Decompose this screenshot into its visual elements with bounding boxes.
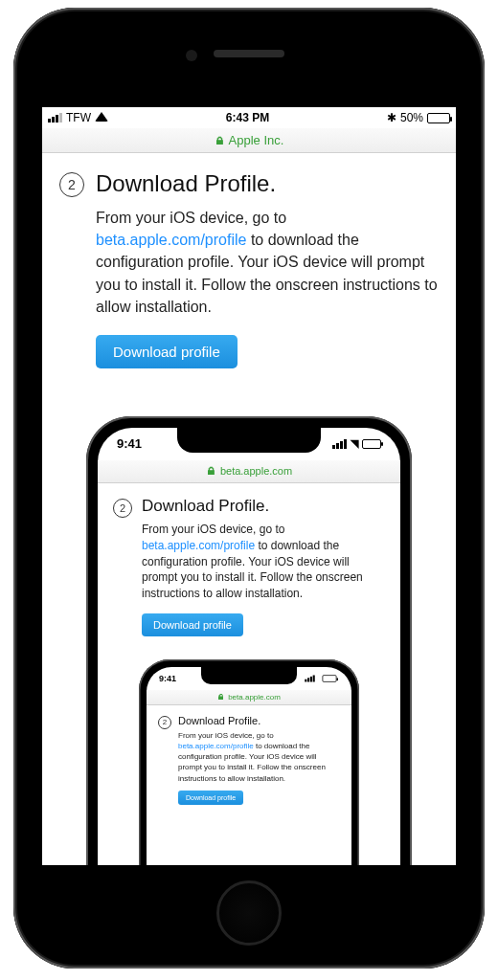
step-title: Download Profile. xyxy=(96,170,439,197)
step-body: Download Profile. From your iOS device, … xyxy=(96,170,439,368)
step-text: From your iOS device, go to beta.apple.c… xyxy=(96,207,439,318)
notch xyxy=(177,428,321,453)
home-button[interactable] xyxy=(216,880,282,946)
nested-signal-icon xyxy=(332,439,347,449)
inner-nested-battery-icon xyxy=(323,675,337,682)
clock-label: 6:43 PM xyxy=(226,111,269,124)
battery-icon xyxy=(427,113,450,123)
download-profile-button[interactable]: Download profile xyxy=(96,335,238,368)
illustration-device: 9:41 ◥ 🔒︎ beta.apple.com xyxy=(59,416,439,865)
device-frame: TFW 6:43 PM ✱ 50% 🔒︎ Apple Inc. 2 xyxy=(13,8,485,969)
inner-nested-signal-icon xyxy=(305,675,315,681)
inner-nested-lock-icon: 🔒︎ xyxy=(217,693,225,702)
inner-notch xyxy=(201,667,297,684)
inner-nested-clock-label: 9:41 xyxy=(159,674,176,683)
bluetooth-icon: ✱ xyxy=(387,111,396,124)
nested-screen: 9:41 ◥ 🔒︎ beta.apple.com xyxy=(98,428,400,865)
nested-clock-label: 9:41 xyxy=(117,436,142,451)
nested-step-row: 2 Download Profile. From your iOS device… xyxy=(113,497,385,636)
nested-profile-link: beta.apple.com/profile xyxy=(142,539,255,552)
nested-site-label: beta.apple.com xyxy=(220,465,292,477)
inner-nested-step-text: From your iOS device, go to beta.apple.c… xyxy=(178,730,340,784)
inner-nested-page-content: 2 Download Profile. From your iOS device… xyxy=(147,705,351,805)
nested-step-title: Download Profile. xyxy=(142,497,385,516)
step-row: 2 Download Profile. From your iOS device… xyxy=(59,170,439,368)
wifi-icon xyxy=(95,112,108,122)
nested-page-content: 2 Download Profile. From your iOS device… xyxy=(98,483,400,865)
step-text-pre: From your iOS device, go to xyxy=(96,210,286,226)
inner-nested-address-bar: 🔒︎ beta.apple.com xyxy=(147,690,351,705)
battery-percent-label: 50% xyxy=(400,111,423,124)
address-bar[interactable]: 🔒︎ Apple Inc. xyxy=(42,128,456,153)
screen: TFW 6:43 PM ✱ 50% 🔒︎ Apple Inc. 2 xyxy=(42,107,456,865)
site-label: Apple Inc. xyxy=(229,133,284,147)
inner-nested-step-title: Download Profile. xyxy=(178,715,340,726)
page-content: 2 Download Profile. From your iOS device… xyxy=(42,153,456,865)
inner-nested-device-frame: 9:41 🔒︎ xyxy=(139,659,359,865)
status-bar: TFW 6:43 PM ✱ 50% xyxy=(42,107,456,128)
inner-nested-profile-link: beta.apple.com/profile xyxy=(178,742,254,750)
inner-illustration-device: 9:41 🔒︎ xyxy=(113,659,385,865)
inner-nested-step-number-badge: 2 xyxy=(158,716,171,729)
nested-lock-icon: 🔒︎ xyxy=(206,465,216,477)
nested-device-frame: 9:41 ◥ 🔒︎ beta.apple.com xyxy=(86,416,412,865)
nested-battery-icon xyxy=(362,439,381,449)
nested-address-bar: 🔒︎ beta.apple.com xyxy=(98,460,400,483)
speaker-grille xyxy=(214,50,284,57)
nested-download-profile-button: Download profile xyxy=(142,613,243,636)
nested-step-text: From your iOS device, go to beta.apple.c… xyxy=(142,522,385,602)
inner-nested-download-profile-button: Download profile xyxy=(178,791,243,805)
profile-link[interactable]: beta.apple.com/profile xyxy=(96,232,246,248)
step-number-badge: 2 xyxy=(59,172,84,197)
front-camera xyxy=(186,50,197,61)
nested-wifi-icon: ◥ xyxy=(351,437,358,450)
carrier-label: TFW xyxy=(66,111,91,124)
lock-icon: 🔒︎ xyxy=(215,135,225,146)
inner-nested-screen: 9:41 🔒︎ xyxy=(147,667,351,865)
inner-nested-site-label: beta.apple.com xyxy=(228,693,281,702)
signal-icon xyxy=(48,113,62,122)
device-frame-inner: TFW 6:43 PM ✱ 50% 🔒︎ Apple Inc. 2 xyxy=(21,15,477,961)
nested-step-number-badge: 2 xyxy=(113,499,132,518)
